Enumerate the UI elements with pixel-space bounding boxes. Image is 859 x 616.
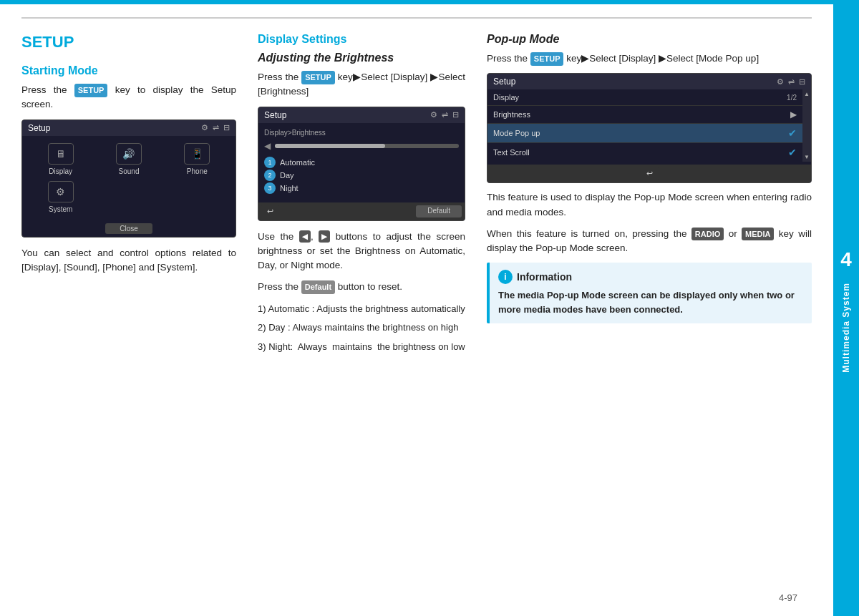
option-2-label: Day: [280, 171, 294, 180]
brightness-arrow-icon: ▶: [790, 109, 797, 119]
list-automatic: 1) Automatic : Adjusts the brightness au…: [258, 302, 465, 317]
page-content: SETUP Starting Mode Press the SETUP key …: [0, 4, 859, 616]
starting-mode-title: Starting Mode: [21, 64, 236, 77]
popup-mode-title: Pop-up Mode: [487, 33, 812, 46]
screen3-title: Setup: [493, 77, 515, 87]
screen1-system-item: ⚙ System: [29, 181, 92, 213]
screen3-icon-settings: ⚙: [777, 77, 784, 87]
right-sidebar: 4 Multimedia System: [833, 4, 859, 616]
textscroll-check-icon: ✔: [788, 147, 797, 158]
screen1-icon-settings: ⚙: [201, 123, 208, 132]
middle-column: Display Settings Adjusting the Brightnes…: [258, 33, 465, 602]
sidebar-label: Multimedia System: [841, 283, 851, 373]
info-box: i Information The media Pop-up Mode scre…: [487, 263, 812, 323]
radio-key-badge: RADIO: [691, 228, 724, 241]
screen1-system-label: System: [49, 205, 72, 213]
display-subtitle: Display: [493, 93, 787, 102]
screen1-sound-icon: 🔊: [116, 143, 142, 165]
page-number: 4-97: [779, 592, 797, 603]
body1-pre: Press the: [21, 84, 67, 95]
info-box-text: The media Pop-up Mode screen can be disp…: [498, 288, 803, 316]
screen3-content: Display 1/2 Brightness ▶ Mode Pop up ✔: [487, 89, 811, 162]
right-column: Pop-up Mode Press the SETUP key▶Select […: [487, 33, 812, 602]
screen1-system-icon: ⚙: [48, 181, 74, 202]
use-pre: Use the: [258, 231, 293, 242]
setup-screen-mock-1: Setup ⚙ ⇌ ⊟ 🖥 Display 🔊: [21, 119, 236, 238]
display-row-modepopup-label: Mode Pop up: [493, 129, 788, 137]
back-btn: ↩: [261, 205, 279, 217]
popup-body2: This feature is used to display the Pop-…: [487, 190, 812, 220]
screen1-display-label: Display: [49, 167, 72, 175]
display-row-modepopup[interactable]: Mode Pop up ✔: [487, 124, 802, 143]
scrollbar-down-icon: ▼: [804, 154, 810, 160]
starting-mode-body1: Press the SETUP key to display the Setup…: [21, 83, 236, 112]
screen1-icon-usb: ⇌: [213, 123, 219, 132]
media-key-badge: MEDIA: [742, 228, 774, 241]
list-day: 2) Day : Always maintains the brightness…: [258, 321, 465, 336]
option-automatic: 1 Automatic: [264, 157, 459, 168]
brightness-options: 1 Automatic 2 Day 3 Night: [264, 157, 459, 194]
starting-mode-body2: You can select and control options relat…: [21, 246, 236, 275]
brightness-slider-track[interactable]: [275, 144, 459, 148]
display-row-brightness[interactable]: Brightness ▶: [487, 106, 802, 124]
modepopup-check-icon: ✔: [788, 127, 797, 139]
info-icon: i: [498, 270, 513, 284]
display-screen-mock: Setup ⚙ ⇌ ⊟ Display 1/2: [487, 73, 812, 183]
screen1-body: 🖥 Display 🔊 Sound 📱 Phone ⚙: [22, 136, 236, 220]
sidebar-number: 4: [840, 248, 852, 271]
press-default-post: button to reset.: [338, 281, 402, 292]
screen1-display-item: 🖥 Display: [29, 143, 92, 175]
popup-body3: When this feature is turned on, pressing…: [487, 227, 812, 256]
right-btn-badge: ▶: [319, 230, 330, 243]
popup-post: key▶Select [Display] ▶Select [Mode Pop u…: [566, 53, 759, 64]
option-2-number: 2: [264, 170, 276, 181]
screen1-icons: ⚙ ⇌ ⊟: [201, 123, 230, 132]
screen1-phone-item: 📱 Phone: [166, 143, 228, 175]
brightness-screen-mock: Setup ⚙ ⇌ ⊟ Display>Brightness ◀: [258, 107, 465, 221]
screen1-sound-item: 🔊 Sound: [97, 143, 160, 175]
left-column: SETUP Starting Mode Press the SETUP key …: [21, 33, 236, 602]
screen1-close-bar: Close: [22, 220, 236, 237]
display-page: 1/2: [787, 94, 797, 102]
option-1-label: Automatic: [280, 158, 315, 167]
brightness-pre: Press the: [258, 72, 299, 82]
screen3-scrollbar: ▲ ▼: [802, 89, 811, 162]
default-key-badge: Default: [301, 280, 335, 294]
display-row-textscroll[interactable]: Text Scroll ✔: [487, 143, 802, 162]
press-default-text: Press the Default button to reset.: [258, 280, 465, 294]
display-row-textscroll-label: Text Scroll: [493, 148, 788, 157]
display-rows: Display 1/2 Brightness ▶ Mode Pop up ✔: [487, 89, 802, 162]
screen1-title: Setup: [28, 123, 50, 133]
slider-left-arrow[interactable]: ◀: [264, 141, 271, 151]
left-btn-badge: ◀: [299, 230, 311, 243]
screen2-header: Setup ⚙ ⇌ ⊟: [258, 107, 465, 123]
setup-key-badge-1: SETUP: [74, 84, 108, 97]
popup-body3-pre: When this feature is turned on, pressing…: [487, 228, 686, 239]
info-box-title: i Information: [498, 270, 803, 284]
info-title-text: Information: [517, 271, 572, 283]
display-settings-title: Display Settings: [258, 33, 465, 46]
display-header-row: Display 1/2: [487, 89, 802, 106]
popup-body1: Press the SETUP key▶Select [Display] ▶Se…: [487, 52, 812, 66]
setup-key-badge-3: SETUP: [530, 52, 564, 66]
brightness-body1: Press the SETUP key▶Select [Display] ▶Se…: [258, 70, 465, 99]
screen1-close-btn: Close: [105, 223, 152, 234]
screen3-header: Setup ⚙ ⇌ ⊟: [487, 74, 811, 89]
screen1-icon-bt: ⊟: [223, 123, 230, 132]
screen1-phone-label: Phone: [187, 167, 208, 175]
screen3-back-btn: ↩: [641, 167, 659, 180]
brightness-slider-row: ◀: [264, 141, 459, 151]
popup-pre: Press the: [487, 53, 528, 64]
default-btn[interactable]: Default: [416, 205, 462, 217]
brightness-display-label: Display>Brightness: [264, 129, 459, 137]
screen3-bottom-bar: ↩: [487, 165, 811, 182]
setup-key-badge-2: SETUP: [301, 71, 335, 84]
screen3-icon-bt: ⊟: [799, 77, 805, 87]
brightness-slider-filled: [275, 144, 385, 148]
screen2-title: Setup: [264, 110, 286, 120]
screen3-icon-usb: ⇌: [788, 77, 795, 87]
main-area: SETUP Starting Mode Press the SETUP key …: [0, 4, 833, 616]
screen2-body: Display>Brightness ◀ 1 Automatic: [258, 123, 465, 200]
use-buttons-text: Use the ◀, ▶ buttons to adjust the scree…: [258, 230, 465, 273]
screen1-display-icon: 🖥: [48, 143, 74, 165]
